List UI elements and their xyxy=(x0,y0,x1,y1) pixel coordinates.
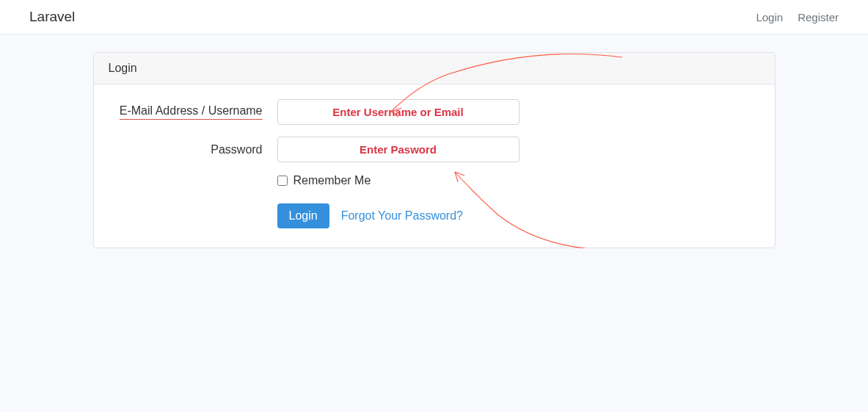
card-body: E-Mail Address / Username Password Remem… xyxy=(94,84,775,247)
password-label: Password xyxy=(211,143,262,156)
password-row: Password xyxy=(109,137,760,162)
remember-checkbox[interactable] xyxy=(277,176,288,186)
nav-links: Login Register xyxy=(756,11,839,24)
email-label: E-Mail Address / Username xyxy=(120,104,263,120)
nav-register-link[interactable]: Register xyxy=(798,11,839,24)
submit-row: Login Forgot Your Password? xyxy=(277,203,760,228)
password-input[interactable] xyxy=(277,137,519,162)
password-label-col: Password xyxy=(109,143,277,156)
login-button[interactable]: Login xyxy=(277,203,329,228)
nav-login-link[interactable]: Login xyxy=(756,11,783,24)
email-input-col xyxy=(277,99,519,125)
login-card: Login E-Mail Address / Username Password xyxy=(93,52,776,248)
main-container: Login E-Mail Address / Username Password xyxy=(82,52,787,248)
remember-row: Remember Me xyxy=(277,174,760,187)
forgot-password-link[interactable]: Forgot Your Password? xyxy=(341,209,463,223)
brand-link[interactable]: Laravel xyxy=(29,9,75,25)
password-input-col xyxy=(277,137,519,162)
email-label-col: E-Mail Address / Username xyxy=(109,104,277,120)
email-input[interactable] xyxy=(277,99,519,125)
remember-label: Remember Me xyxy=(293,174,371,187)
navbar: Laravel Login Register xyxy=(0,0,868,35)
email-row: E-Mail Address / Username xyxy=(109,99,760,125)
card-header: Login xyxy=(94,53,775,84)
